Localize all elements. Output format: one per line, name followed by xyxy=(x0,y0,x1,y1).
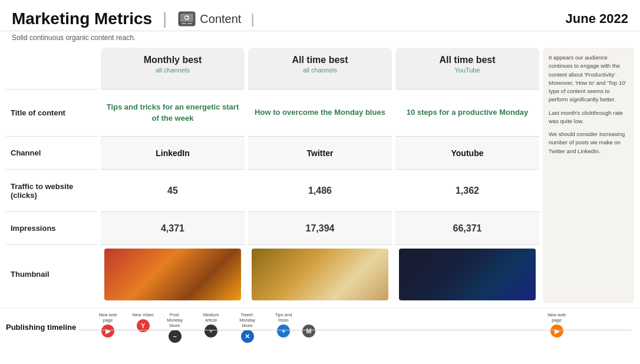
event-label-8: New web page xyxy=(545,312,569,323)
col-alltime-all: All time best all channels How to overco… xyxy=(248,48,392,303)
col1-thumbnail xyxy=(101,244,245,303)
timeline-section: Publishing timeline New web page ▶ New V… xyxy=(0,308,640,364)
thumbnail-coffee xyxy=(252,249,388,300)
content-section: Content | xyxy=(177,11,254,27)
col1-traffic: 45 xyxy=(101,169,245,211)
event-icon-8: ▶ xyxy=(550,325,563,337)
col-monthly-best: Monthly best all channels Tips and trick… xyxy=(101,48,245,303)
content-icon xyxy=(177,11,196,27)
event-new-video: New Video Y xyxy=(133,312,154,332)
col3-traffic: 1,362 xyxy=(395,169,539,211)
col1-header-title: Monthly best xyxy=(107,55,239,65)
col1-title: Tips and tricks for an energetic start o… xyxy=(101,89,245,136)
col2-traffic: 1,486 xyxy=(248,169,392,211)
timeline-bar xyxy=(79,330,632,330)
col3-channel: Youtube xyxy=(395,136,539,169)
col2-title: How to overcome the Monday blues xyxy=(248,89,392,136)
notes-text1: It appears our audience continues to eng… xyxy=(549,54,628,104)
col2-thumbnail xyxy=(248,244,392,303)
header-divider1: | xyxy=(163,9,167,28)
svg-rect-4 xyxy=(182,23,186,24)
svg-rect-5 xyxy=(187,23,192,24)
event-label-4: Medium article xyxy=(199,312,223,323)
main-content: Title of content Channel Traffic to webs… xyxy=(0,48,640,303)
header: Marketing Metrics | Content | June 2022 xyxy=(0,0,640,31)
labels-column: Title of content Channel Traffic to webs… xyxy=(6,48,97,303)
event-icon-1: ▶ xyxy=(101,325,114,337)
col2-header: All time best all channels xyxy=(248,48,392,89)
event-icon-3: – xyxy=(169,330,182,343)
col3-impressions: 66,371 xyxy=(395,211,539,244)
label-channel: Channel xyxy=(6,136,97,169)
col1-header: Monthly best all channels xyxy=(101,48,245,89)
event-new-web-page-1: New web page ▶ xyxy=(96,312,120,337)
event-m: M xyxy=(302,312,315,337)
event-label-6: Tips and tricks xyxy=(272,312,295,323)
label-thumbnail: Thumbnail xyxy=(6,244,97,303)
event-tweet: Tweet: Monday blues ✕ xyxy=(236,312,259,343)
event-post-monday: Post: Monday blues – xyxy=(163,312,187,343)
page-title: Marketing Metrics xyxy=(12,9,152,28)
col2-channel: Twitter xyxy=(248,136,392,169)
notes-text2: Last month's clickthrough rate was quite… xyxy=(549,109,628,126)
col1-channel: LinkedIn xyxy=(101,136,245,169)
event-icon-5: ✕ xyxy=(241,330,254,343)
col3-thumbnail xyxy=(395,244,539,303)
subtitle: Solid continuous organic content reach. xyxy=(0,31,640,48)
col2-header-title: All time best xyxy=(254,55,386,65)
col-alltime-youtube: All time best YouTube 10 steps for a pro… xyxy=(395,48,539,303)
event-icon-6: + xyxy=(277,325,290,337)
header-date: June 2022 xyxy=(566,11,628,27)
col1-impressions: 4,371 xyxy=(101,211,245,244)
col2-header-sub: all channels xyxy=(254,67,386,74)
header-divider2: | xyxy=(250,11,254,27)
thumbnail-runner xyxy=(104,249,241,300)
event-label-1: New web page xyxy=(96,312,120,323)
event-icon-7: M xyxy=(302,325,315,337)
event-label-2: New Video xyxy=(133,312,154,317)
col2-impressions: 17,394 xyxy=(248,211,392,244)
timeline-area: New web page ▶ New Video Y Post: Monday … xyxy=(77,312,634,364)
event-icon-4: = xyxy=(204,325,217,337)
col3-header-title: All time best xyxy=(401,55,533,65)
notes-text3: We should consider increasing number of … xyxy=(549,130,628,155)
label-title-of-content: Title of content xyxy=(6,89,97,136)
label-spacer xyxy=(6,48,97,89)
col1-header-sub: all channels xyxy=(107,67,239,74)
timeline-label: Publishing timeline xyxy=(6,312,77,333)
event-label-3: Post: Monday blues xyxy=(163,312,187,328)
col3-title: 10 steps for a productive Monday xyxy=(395,89,539,136)
event-label-5: Tweet: Monday blues xyxy=(236,312,259,328)
col3-header: All time best YouTube xyxy=(395,48,539,89)
thumbnail-tech xyxy=(399,249,536,300)
label-impressions: Impressions xyxy=(6,211,97,244)
notes-column: It appears our audience continues to eng… xyxy=(543,48,634,303)
col3-header-sub: YouTube xyxy=(401,67,533,74)
event-new-web-page-2: New web page ▶ xyxy=(545,312,569,337)
event-tips: Tips and tricks + xyxy=(272,312,295,337)
header-left: Marketing Metrics | Content | xyxy=(12,9,255,28)
event-medium-article: Medium article = xyxy=(199,312,223,337)
label-traffic: Traffic to website (clicks) xyxy=(6,169,97,211)
content-label: Content xyxy=(200,12,241,26)
